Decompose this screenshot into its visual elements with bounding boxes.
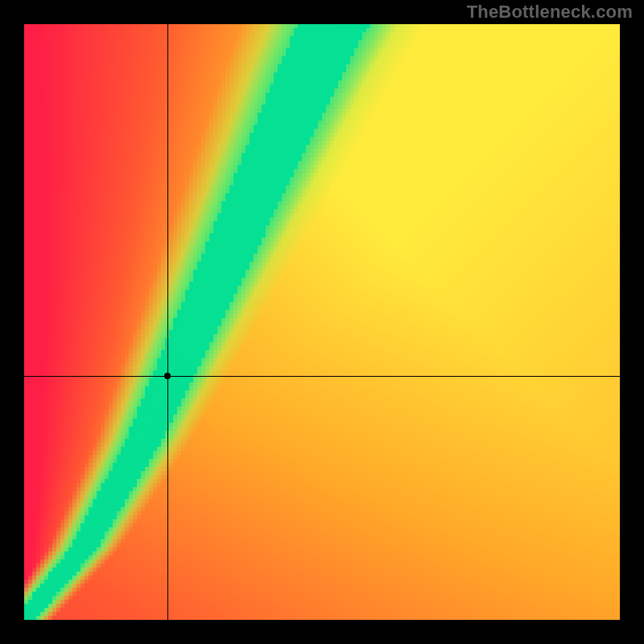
plot-area [24, 24, 620, 620]
selected-point [164, 373, 171, 379]
chart-frame: TheBottleneck.com [0, 0, 644, 644]
heatmap-canvas [24, 24, 620, 620]
crosshair-horizontal [24, 376, 620, 377]
watermark-text: TheBottleneck.com [467, 3, 633, 21]
crosshair-vertical [167, 24, 168, 620]
